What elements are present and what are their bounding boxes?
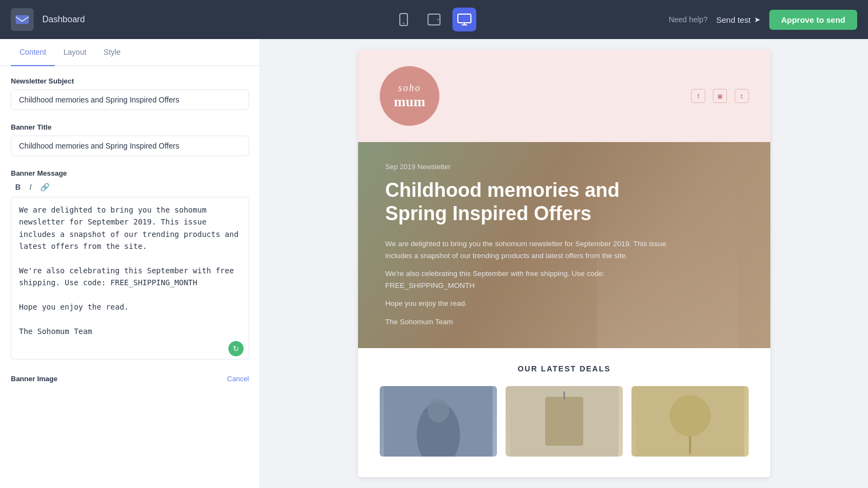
app-logo bbox=[11, 8, 34, 31]
need-help-label: Need help? bbox=[669, 15, 708, 24]
approve-to-send-button[interactable]: Approve to send bbox=[769, 10, 857, 30]
editor-sidebar: Content Layout Style Newsletter Subject … bbox=[0, 39, 260, 488]
deals-title: OUR LATEST DEALS bbox=[380, 364, 749, 373]
editor-tabs: Content Layout Style bbox=[0, 39, 260, 66]
svg-point-4 bbox=[437, 19, 438, 20]
banner-title-label: Banner Title bbox=[11, 123, 249, 131]
instagram-icon: ▣ bbox=[713, 89, 727, 103]
deal-item-3 bbox=[631, 386, 749, 457]
device-toggle-group bbox=[392, 8, 476, 31]
tablet-view-button[interactable] bbox=[422, 8, 446, 31]
newsletter-subject-label: Newsletter Subject bbox=[11, 77, 249, 85]
newsletter-subject-section: Newsletter Subject bbox=[11, 77, 249, 110]
email-header: soho mum f ▣ t bbox=[358, 50, 770, 142]
deals-section: OUR LATEST DEALS bbox=[358, 348, 770, 473]
tab-style[interactable]: Style bbox=[95, 39, 129, 66]
bold-button[interactable]: B bbox=[13, 182, 23, 192]
banner-title-section: Banner Title bbox=[11, 123, 249, 156]
tab-layout[interactable]: Layout bbox=[55, 39, 95, 66]
banner-para-2: We're also celebrating this September wi… bbox=[385, 268, 667, 291]
refresh-icon: ↻ bbox=[233, 344, 239, 353]
refresh-button[interactable]: ↻ bbox=[228, 341, 244, 356]
desktop-view-button[interactable] bbox=[452, 8, 476, 31]
banner-image-header: Banner Image Cancel bbox=[11, 375, 249, 383]
mobile-view-button[interactable] bbox=[392, 8, 416, 31]
svg-rect-5 bbox=[458, 14, 471, 23]
email-preview: soho mum f ▣ t bbox=[358, 50, 770, 477]
newsletter-subject-input[interactable] bbox=[11, 89, 249, 110]
banner-title-input[interactable] bbox=[11, 136, 249, 156]
send-test-label: Send test bbox=[716, 15, 750, 24]
svg-rect-10 bbox=[545, 397, 583, 446]
svg-rect-0 bbox=[16, 15, 29, 24]
tab-content[interactable]: Content bbox=[11, 39, 55, 66]
cancel-link[interactable]: Cancel bbox=[227, 375, 249, 383]
banner-message-wrapper: We are delighted to bring you the sohomu… bbox=[11, 197, 249, 362]
banner-message-label: Banner Message bbox=[11, 169, 249, 177]
banner-body: We are delighted to bring you the sohomu… bbox=[385, 238, 667, 328]
deals-grid bbox=[380, 386, 749, 457]
facebook-icon: f bbox=[691, 89, 705, 103]
email-banner: Sep 2019 Newsletter Childhood memories a… bbox=[358, 142, 770, 348]
deal-item-2 bbox=[506, 386, 623, 457]
email-preview-area: soho mum f ▣ t bbox=[260, 39, 868, 488]
logo-mum-text: mum bbox=[394, 94, 425, 110]
svg-point-13 bbox=[669, 395, 711, 436]
svg-point-2 bbox=[403, 23, 404, 24]
banner-content: Sep 2019 Newsletter Childhood memories a… bbox=[358, 142, 694, 348]
italic-button[interactable]: I bbox=[27, 182, 34, 192]
banner-image-label: Banner Image bbox=[11, 375, 58, 383]
sidebar-form: Newsletter Subject Banner Title Banner M… bbox=[0, 66, 260, 488]
logo-soho-text: soho bbox=[398, 82, 421, 94]
banner-para-4: The Sohomum Team bbox=[385, 316, 667, 328]
app-title: Dashboard bbox=[42, 15, 85, 24]
twitter-icon: t bbox=[735, 89, 749, 103]
banner-message-section: Banner Message B I 🔗 We are delighted to… bbox=[11, 169, 249, 362]
banner-para-1: We are delighted to bring you the sohomu… bbox=[385, 238, 667, 261]
top-navigation: Dashboard Need help? Send test ➤ bbox=[0, 0, 868, 39]
topnav-actions: Need help? Send test ➤ Approve to send bbox=[669, 10, 857, 30]
link-button[interactable]: 🔗 bbox=[38, 182, 52, 192]
social-icons-group: f ▣ t bbox=[691, 89, 749, 103]
link-icon: 🔗 bbox=[40, 183, 49, 191]
rte-toolbar: B I 🔗 bbox=[11, 182, 249, 192]
main-layout: Content Layout Style Newsletter Subject … bbox=[0, 39, 868, 488]
deal-item-1 bbox=[380, 386, 497, 457]
banner-para-3: Hope you enjoy the read. bbox=[385, 298, 667, 310]
svg-point-8 bbox=[427, 399, 449, 422]
send-arrow-icon: ➤ bbox=[754, 15, 761, 24]
send-test-button[interactable]: Send test ➤ bbox=[716, 15, 760, 24]
brand-logo: soho mum bbox=[380, 66, 439, 126]
banner-subtitle: Sep 2019 Newsletter bbox=[385, 163, 667, 171]
banner-title-preview: Childhood memories and Spring Inspired O… bbox=[385, 178, 646, 225]
banner-image-section: Banner Image Cancel bbox=[11, 375, 249, 383]
banner-message-textarea[interactable]: We are delighted to bring you the sohomu… bbox=[11, 197, 249, 359]
